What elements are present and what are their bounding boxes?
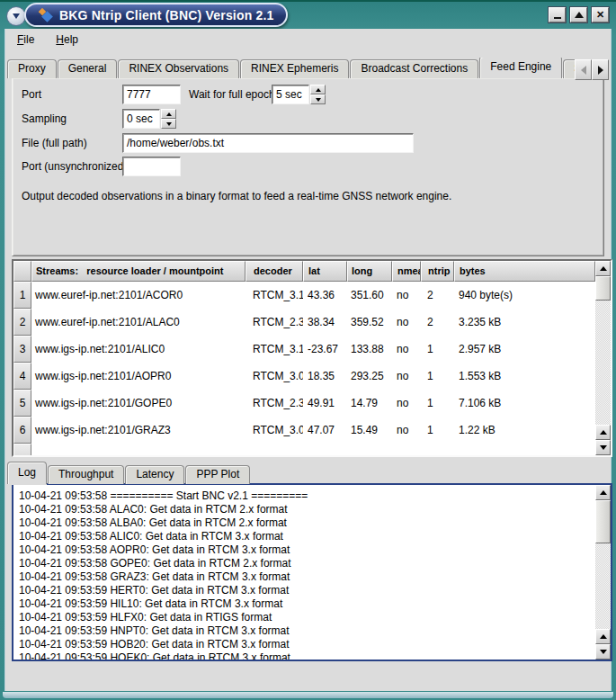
table-row[interactable]: 2www.euref-ip.net:2101/ALAC0RTCM_2.338.3…: [13, 309, 595, 336]
tab-log[interactable]: Log: [7, 462, 47, 484]
log-output[interactable]: 10-04-21 09:53:58 ========== Start BNC v…: [13, 485, 595, 660]
app-icon: [39, 8, 53, 22]
sampling-value[interactable]: 0 sec: [122, 109, 160, 129]
tab-proxy[interactable]: Proxy: [7, 59, 57, 78]
cell-long: 15.49: [347, 417, 392, 444]
column-header-index[interactable]: [13, 261, 31, 282]
sampling-spinbox[interactable]: 0 sec: [122, 109, 176, 129]
scroll-up-button[interactable]: [595, 485, 611, 500]
log-line: 10-04-21 09:53:58 ALIC0: Get data in RTC…: [19, 530, 595, 543]
cell-long: 14.79: [347, 390, 392, 417]
tab-rinex-ephemeris[interactable]: RINEX Ephemeris: [240, 59, 349, 78]
spin-up-button[interactable]: [310, 85, 326, 94]
table-scrollbar[interactable]: [595, 261, 611, 455]
cell-lat: 18.35: [303, 363, 347, 390]
wait-epoch-value[interactable]: 5 sec: [272, 85, 309, 104]
arrow-up-icon: [600, 634, 607, 639]
tab-scroll-left-button[interactable]: [575, 59, 592, 80]
cell-ntrip: 2: [421, 309, 454, 336]
minimize-button[interactable]: [549, 7, 566, 22]
arrow-right-icon: [598, 66, 603, 75]
row-number: [13, 444, 31, 455]
row-number[interactable]: 4: [13, 363, 31, 390]
spin-up-button[interactable]: [161, 109, 176, 119]
window-content: File Help ProxyGeneralRINEX Observations…: [4, 29, 612, 691]
scroll-up-button-alt[interactable]: [595, 629, 611, 644]
close-button[interactable]: ✕: [592, 7, 609, 22]
cell-lat: -23.67: [303, 336, 347, 363]
tab-general[interactable]: General: [58, 59, 118, 78]
file-path-input[interactable]: /home/weber/obs.txt: [122, 133, 414, 153]
port-label: Port: [22, 88, 41, 101]
log-line: 10-04-21 09:53:58 ALAC0: Get data in RTC…: [19, 503, 595, 516]
column-header-long[interactable]: long: [347, 261, 392, 282]
row-number[interactable]: 6: [13, 417, 31, 444]
spin-down-button[interactable]: [161, 119, 176, 129]
scroll-up-button[interactable]: [595, 261, 611, 276]
window-menu-button[interactable]: [6, 6, 26, 26]
row-number[interactable]: 3: [13, 336, 31, 363]
cell-decoder: RTCM_3.1: [246, 282, 303, 309]
row-number[interactable]: 5: [13, 390, 31, 417]
scroll-up-button-alt[interactable]: [595, 425, 611, 440]
tab-feed-engine[interactable]: Feed Engine: [479, 58, 562, 78]
maximize-button[interactable]: [570, 7, 587, 22]
tab-ppp-plot[interactable]: PPP Plot: [185, 465, 250, 484]
port-unsync-input[interactable]: [122, 157, 181, 176]
wait-epoch-label: Wait for full epoch: [189, 88, 275, 101]
cell-decoder: RTCM_2.3: [246, 390, 303, 417]
cell-bytes: 7.106 kB: [454, 390, 595, 417]
port-input[interactable]: 7777: [122, 85, 181, 104]
log-line: 10-04-21 09:53:59 HERT0: Get data in RTC…: [19, 584, 595, 597]
column-header-bytes[interactable]: bytes: [454, 261, 595, 282]
cell-ntrip: 2: [421, 282, 454, 309]
cell-lat: 49.91: [303, 390, 347, 417]
file-path-label: File (full path): [22, 137, 87, 149]
cell-long: 351.60: [347, 282, 392, 309]
scroll-down-button[interactable]: [595, 644, 611, 660]
column-header-nmea[interactable]: nmea: [392, 261, 421, 282]
column-header-decoder[interactable]: decoder: [246, 261, 303, 282]
tab-rinex-observations[interactable]: RINEX Observations: [118, 59, 239, 78]
column-header-lat[interactable]: lat: [303, 261, 347, 282]
menu-item-file[interactable]: File: [17, 33, 34, 46]
tab-scroll-right-button[interactable]: [592, 59, 609, 80]
scrollbar-track[interactable]: [595, 301, 611, 425]
column-header-mountpoint[interactable]: Streams: resource loader / mountpoint: [31, 261, 246, 282]
column-header-ntrip[interactable]: ntrip: [421, 261, 454, 282]
cell-nmea: no: [392, 282, 421, 309]
row-number[interactable]: 2: [13, 309, 31, 336]
cell-nmea: no: [392, 336, 421, 363]
table-row[interactable]: 5www.igs-ip.net:2101/GOPE0RTCM_2.349.911…: [13, 390, 595, 417]
scroll-down-button[interactable]: [595, 440, 611, 455]
scrollbar-thumb[interactable]: [595, 500, 611, 543]
cell-decoder: RTCM_3.0: [246, 417, 303, 444]
tab-broadcast-corrections[interactable]: Broadcast Corrections: [350, 59, 478, 78]
scrollbar-thumb[interactable]: [595, 276, 611, 301]
tab-latency[interactable]: Latency: [125, 465, 184, 484]
tab-throughput[interactable]: Throughput: [48, 465, 124, 484]
cell-ntrip: 1: [421, 417, 454, 444]
cell-long: 293.25: [347, 363, 392, 390]
log-scrollbar[interactable]: [595, 485, 611, 660]
scrollbar-track[interactable]: [595, 543, 611, 629]
cell-long: 133.88: [347, 336, 392, 363]
table-row[interactable]: 6www.igs-ip.net:2101/GRAZ3RTCM_3.047.071…: [13, 417, 595, 444]
menu-item-help[interactable]: Help: [56, 33, 78, 46]
log-line: 10-04-21 09:53:59 HNPT0: Get data in RTC…: [19, 624, 595, 638]
table-row[interactable]: 3www.igs-ip.net:2101/ALIC0RTCM_3.1-23.67…: [13, 336, 595, 363]
table-row[interactable]: 1www.euref-ip.net:2101/ACOR0RTCM_3.143.3…: [13, 282, 595, 309]
arrow-up-icon: [600, 266, 607, 271]
row-number[interactable]: 1: [13, 282, 31, 309]
cell-mountpoint: www.euref-ip.net:2101/ACOR0: [31, 282, 246, 309]
title-bar[interactable]: BKG Ntrip Client (BNC) Version 2.1 ✕: [0, 0, 616, 29]
wait-epoch-spinbox[interactable]: 5 sec: [272, 85, 326, 104]
arrow-up-icon: [600, 430, 607, 435]
cell-bytes: 2.957 kB: [454, 336, 595, 363]
tab-serial-outp[interactable]: Serial Outp: [563, 59, 576, 78]
table-row[interactable]: 4www.igs-ip.net:2101/AOPR0RTCM_3.018.352…: [13, 363, 595, 390]
log-line: 10-04-21 09:53:58 GOPE0: Get data in RTC…: [19, 557, 595, 570]
cell-lat: 47.07: [303, 417, 347, 444]
log-line: 10-04-21 09:53:59 HIL10: Get data in RTC…: [19, 597, 595, 611]
spin-down-button[interactable]: [310, 94, 326, 104]
